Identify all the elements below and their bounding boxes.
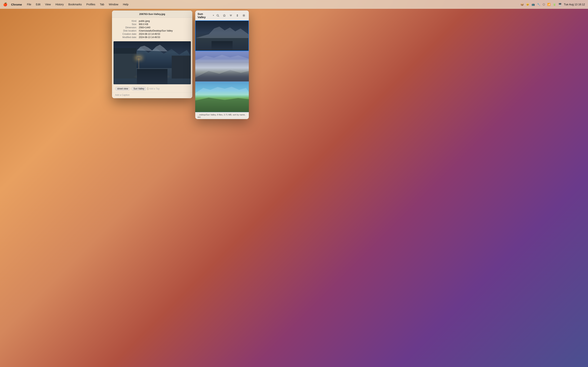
modified-label: Modified date: — [116, 36, 139, 39]
menubar-clock: Tue Aug 13 16:12 — [564, 3, 585, 6]
sidebar-photos — [195, 20, 249, 112]
menu-window[interactable]: Window — [107, 2, 120, 6]
menubar-right: 📦 🐱 📺 🔧 ⬡ 📶 🔋 🖥️ Tue Aug 13 16:12 — [520, 3, 585, 6]
menu-history[interactable]: History — [53, 2, 66, 6]
preview-window: 208763-Sun-Valley.jpg Kind: public.jpeg … — [112, 10, 192, 98]
wifi-icon[interactable]: 📶 — [547, 3, 551, 6]
preview-image-container — [113, 41, 191, 84]
size-value: 900.0 KB — [139, 23, 189, 26]
sidebar-panel: Sun Valley ▾ — [195, 10, 249, 119]
preview-titlebar: 208763-Sun-Valley.jpg — [112, 10, 192, 18]
tag-sun-valley[interactable]: Sun Valley — [131, 87, 146, 91]
menubar: 🍎 Chrome File Edit View History Bookmark… — [0, 0, 588, 9]
sort-button[interactable] — [235, 13, 240, 18]
kind-value: public.jpeg — [139, 20, 189, 22]
menu-file[interactable]: File — [25, 2, 33, 6]
menu-edit[interactable]: Edit — [34, 2, 42, 6]
menu-profiles[interactable]: Profiles — [84, 2, 97, 6]
sidebar-photo-2[interactable] — [195, 51, 249, 82]
dimension-label: Dimension: — [116, 26, 139, 29]
pin-button[interactable] — [222, 13, 227, 18]
sidebar-status-text: ...esktop/Sun Valley, 8 files, 3.71 MB, … — [198, 114, 247, 118]
preview-tags[interactable]: street view Sun Valley Add a Tag — [112, 85, 192, 92]
sidebar-title: Sun Valley — [198, 12, 212, 19]
search-button[interactable] — [215, 13, 221, 18]
sidebar-header: Sun Valley ▾ — [195, 10, 249, 20]
kind-label: Kind: — [116, 20, 139, 22]
svg-line-1 — [218, 16, 219, 17]
menu-tab[interactable]: Tab — [98, 2, 106, 6]
filter-button[interactable] — [228, 13, 233, 18]
disk-value: /Users/asiafu/Desktop/Sun Valley — [139, 29, 189, 32]
menu-bookmarks[interactable]: Bookmarks — [66, 2, 84, 6]
road — [137, 69, 167, 84]
app-name[interactable]: Chrome — [9, 2, 24, 7]
settings-button[interactable] — [241, 13, 247, 18]
preview-info: Kind: public.jpeg Size: 900.0 KB Dimensi… — [112, 18, 192, 41]
apple-menu-icon[interactable]: 🍎 — [3, 2, 7, 7]
preview-title: 208763-Sun-Valley.jpg — [139, 13, 165, 16]
sidebar-status-bar: ...esktop/Sun Valley, 8 files, 3.71 MB, … — [195, 112, 249, 119]
battery-icon[interactable]: 🔋 — [553, 3, 556, 6]
size-label: Size: — [116, 23, 139, 26]
creation-value: 2024-08-13 14:49:53 — [139, 33, 189, 35]
tray-icon-2[interactable]: 🐱 — [526, 3, 529, 6]
preview-caption[interactable]: Add a Caption — [112, 92, 192, 98]
bluetooth-icon[interactable]: ⬡ — [543, 3, 545, 6]
sidebar-photo-1[interactable] — [195, 20, 249, 51]
building-right — [172, 56, 191, 79]
tag-cursor — [148, 87, 148, 90]
svg-point-6 — [243, 15, 244, 16]
tray-icon-1[interactable]: 📦 — [520, 3, 524, 6]
tray-icon-4[interactable]: 🔧 — [537, 3, 540, 6]
tray-icon-3[interactable]: 📺 — [532, 3, 535, 6]
sidebar-chevron-icon[interactable]: ▾ — [213, 14, 214, 17]
preview-image — [113, 41, 191, 84]
add-tag-placeholder[interactable]: Add a Tag — [149, 87, 159, 90]
creation-label: Creation date: — [116, 33, 139, 35]
menu-view[interactable]: View — [43, 2, 53, 6]
sidebar-photo-3[interactable] — [195, 82, 249, 112]
dimension-value: 2560×1440 — [139, 26, 189, 29]
tag-street-view[interactable]: street view — [115, 87, 130, 91]
modified-value: 2024-08-13 14:49:53 — [139, 36, 189, 39]
menu-help[interactable]: Help — [121, 2, 130, 6]
controlcenter-icon[interactable]: 🖥️ — [558, 3, 562, 6]
disk-label: Disk location: — [116, 29, 139, 32]
